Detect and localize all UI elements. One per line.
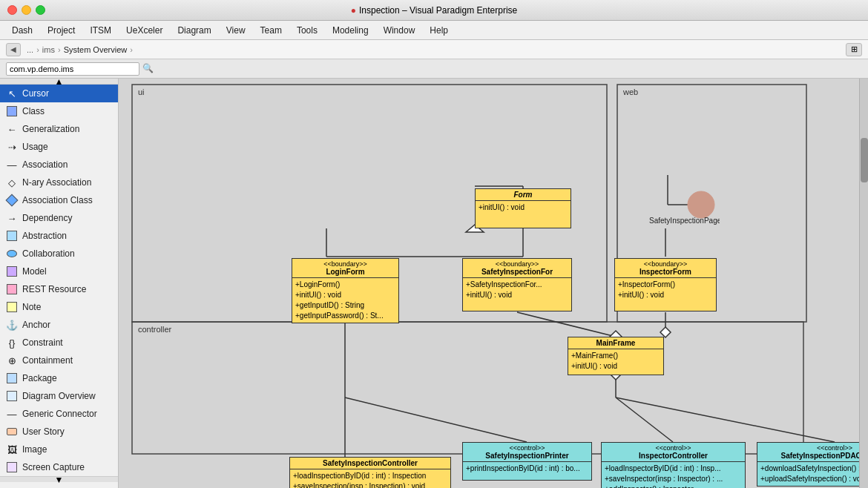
sidebar-label-usage: Usage	[22, 142, 48, 152]
breadcrumb-sep-1: ›	[36, 45, 39, 54]
node-body-safetyinspectionpdacontrolle: +downloadSafetyInspection() : ...+upload…	[757, 462, 868, 486]
menu-item-modeling[interactable]: Modeling	[326, 24, 375, 37]
menu-item-help[interactable]: Help	[424, 24, 454, 37]
sidebar-item-diagram-overview[interactable]: Diagram Overview	[0, 387, 118, 405]
uml-node-inspectorform[interactable]: <<boundary>>InspectorForm+InspectorForm(…	[614, 258, 717, 311]
node-body-safetyinspectionprinter: +printInspectionByID(id : int) : bo...	[463, 462, 591, 475]
uml-node-inspectorcontroller[interactable]: <<control>>InspectorController+loadInspe…	[601, 442, 746, 488]
svg-line-13	[517, 312, 616, 337]
search-input[interactable]	[6, 62, 139, 76]
sidebar-item-constraint[interactable]: {}Constraint	[0, 334, 118, 352]
sidebar-label-association: Association	[22, 159, 68, 170]
maximize-button[interactable]	[36, 5, 45, 15]
breadcrumb-back-button[interactable]: ◀	[6, 43, 21, 56]
search-bar: 🔍	[0, 59, 868, 79]
uml-node-safetyinspectionfor[interactable]: <<boundary>>SafetyInspectionFor+SafetyIn…	[462, 258, 572, 311]
sidebar-item-image[interactable]: 🖼Image	[0, 441, 118, 458]
menu-item-project[interactable]: Project	[42, 24, 81, 37]
sidebar-item-anchor[interactable]: ⚓Anchor	[0, 316, 118, 334]
svg-point-25	[688, 191, 714, 218]
search-icon[interactable]: 🔍	[142, 63, 154, 75]
node-header-safetyinspectioncontroller: SafetyInspectionController	[290, 458, 450, 469]
usage-icon: ⇢	[6, 141, 18, 153]
close-button[interactable]	[7, 5, 17, 15]
diagram-canvas: ui web controller	[119, 79, 868, 488]
breadcrumb-current: System Overview	[64, 45, 128, 54]
menu-item-window[interactable]: Window	[378, 24, 421, 37]
model-icon	[6, 266, 18, 277]
sidebar-item-containment[interactable]: ⊕Containment	[0, 352, 118, 369]
node-name-safetyinspectioncontroller: SafetyInspectionController	[293, 459, 447, 467]
node-method: +initUI() : void	[571, 361, 660, 372]
sidebar-item-class[interactable]: Class	[0, 102, 118, 120]
uml-node-safetyinspectionpdacontrolle[interactable]: <<control>>SafetyInspectionPDAControlle+…	[757, 442, 868, 487]
node-method: +addInspector() : Inspector	[605, 484, 742, 488]
node-method: +SafetyInspectionFor...	[466, 280, 568, 290]
sidebar-item-association-class[interactable]: Association Class	[0, 191, 118, 209]
rest-icon	[6, 283, 18, 295]
breadcrumb-ims[interactable]: ims	[42, 45, 55, 54]
sidebar-item-association[interactable]: —Association	[0, 156, 118, 174]
node-method: +loadInspectionByID(id : int) : Inspecti…	[293, 471, 447, 481]
sidebar-label-diagram-overview: Diagram Overview	[22, 391, 96, 401]
uml-node-form[interactable]: Form+initUI() : void	[475, 188, 571, 228]
sidebar-item-usage[interactable]: ⇢Usage	[0, 138, 118, 156]
sidebar-label-image: Image	[22, 444, 47, 455]
sidebar-label-anchor: Anchor	[22, 320, 50, 330]
sidebar-item-generic-connector[interactable]: —Generic Connector	[0, 405, 118, 423]
menu-item-itsm[interactable]: ITSM	[84, 24, 117, 37]
sidebar-item-package[interactable]: Package	[0, 369, 118, 387]
menu-item-team[interactable]: Team	[254, 24, 288, 37]
minimize-button[interactable]	[22, 5, 31, 15]
node-stereotype-inspectorform: <<boundary>>	[618, 260, 713, 268]
node-method: +uploadSafetyInspection() : void	[760, 474, 868, 484]
menu-item-dash[interactable]: Dash	[6, 24, 39, 37]
sidebar-item-model[interactable]: Model	[0, 263, 118, 280]
note-icon	[6, 301, 18, 313]
diagram-view-toggle[interactable]: ⊞	[846, 43, 862, 56]
breadcrumb-nav-dots[interactable]: ...	[27, 45, 33, 54]
node-name-form: Form	[479, 191, 568, 199]
sidebar-label-containment: Containment	[22, 355, 73, 366]
uml-node-mainframe[interactable]: MainFrame+MainFrame()+initUI() : void	[568, 337, 664, 375]
anchor-icon: ⚓	[6, 319, 18, 331]
node-stereotype-safetyinspectionprinter: <<control>>	[466, 444, 588, 452]
image-icon: 🖼	[6, 444, 18, 455]
menu-item-diagram[interactable]: Diagram	[171, 24, 217, 37]
sidebar-item-user-story[interactable]: User Story	[0, 423, 118, 441]
sidebar-item-cursor[interactable]: ↖Cursor	[0, 85, 118, 102]
sidebar-scroll-up[interactable]: ▲	[0, 79, 118, 85]
node-header-inspectorform: <<boundary>>InspectorForm	[615, 259, 716, 278]
scroll-thumb[interactable]	[861, 138, 868, 182]
menu-item-view[interactable]: View	[220, 24, 251, 37]
sidebar-label-dependency: Dependency	[22, 213, 72, 223]
sidebar-label-class: Class	[22, 106, 45, 116]
uml-node-safetyinspectioncontroller[interactable]: SafetyInspectionController+loadInspectio…	[289, 457, 451, 488]
sidebar-item-screen-capture[interactable]: Screen Capture	[0, 458, 118, 476]
canvas-area[interactable]: ui web controller	[119, 79, 868, 488]
node-name-safetyinspectionprinter: SafetyInspectionPrinter	[466, 452, 588, 460]
generic-icon: —	[6, 408, 18, 420]
menu-item-tools[interactable]: Tools	[291, 24, 323, 37]
node-name-safetyinspectionfor: SafetyInspectionFor	[466, 268, 568, 276]
node-header-form: Form	[476, 189, 571, 201]
node-header-safetyinspectionprinter: <<control>>SafetyInspectionPrinter	[463, 443, 591, 462]
sidebar-item-dependency[interactable]: →Dependency	[0, 209, 118, 227]
sidebar-label-note: Note	[22, 302, 41, 312]
uml-node-loginform[interactable]: <<boundary>>LoginForm+LoginForm()+initUI…	[292, 258, 399, 323]
vertical-scrollbar[interactable]	[859, 79, 868, 488]
node-body-safetyinspectionfor: +SafetyInspectionFor...+initUI() : void	[463, 278, 571, 302]
sidebar-item-generalization[interactable]: ←Generalization	[0, 120, 118, 138]
node-stereotype-inspectorcontroller: <<control>>	[605, 444, 742, 452]
sidebar-item-note[interactable]: Note	[0, 298, 118, 316]
menu-item-uexceler[interactable]: UeXceler	[120, 24, 168, 37]
sidebar-item-nary-association[interactable]: ◇N-ary Association	[0, 174, 118, 191]
sidebar-item-rest-resource[interactable]: REST Resource	[0, 280, 118, 298]
sidebar-item-collaboration[interactable]: Collaboration	[0, 245, 118, 263]
sidebar-scroll-down[interactable]: ▼	[0, 476, 118, 482]
node-header-inspectorcontroller: <<control>>InspectorController	[602, 443, 745, 462]
sidebar-item-abstraction[interactable]: Abstraction	[0, 227, 118, 245]
node-name-safetyinspectionpdacontrolle: SafetyInspectionPDAControlle	[760, 452, 868, 460]
uml-node-safetyinspectionprinter[interactable]: <<control>>SafetyInspectionPrinter+print…	[462, 442, 592, 481]
breadcrumb-sep-2: ›	[58, 45, 61, 54]
